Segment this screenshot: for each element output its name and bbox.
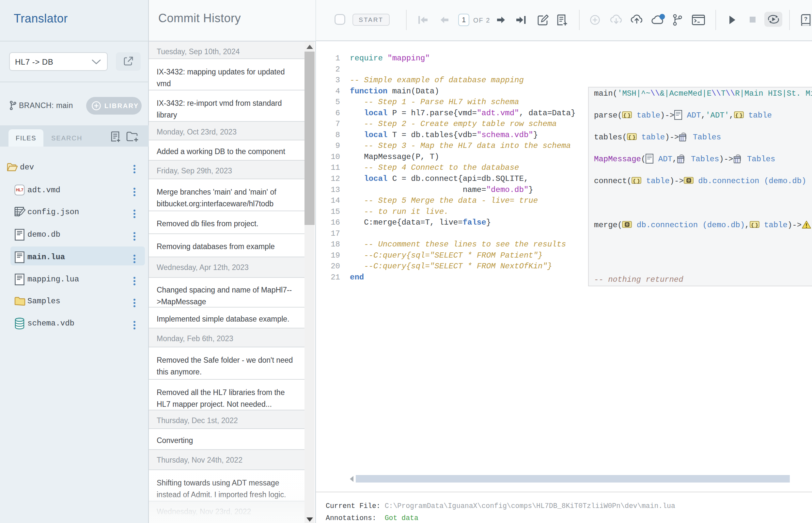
- svg-text:}: }: [740, 113, 742, 119]
- svg-text:HL7: HL7: [16, 188, 23, 192]
- svg-text:}: }: [755, 222, 758, 228]
- svg-text:{: {: [628, 135, 631, 140]
- svg-text:?: ?: [804, 16, 808, 22]
- svg-text:{: {: [633, 179, 636, 184]
- svg-text:}: }: [628, 113, 630, 119]
- svg-text:{: {: [735, 113, 738, 119]
- svg-text:{: {: [623, 113, 626, 119]
- svg-text:{: {: [751, 222, 754, 228]
- svg-text:}: }: [637, 179, 640, 184]
- svg-text:}: }: [632, 135, 635, 140]
